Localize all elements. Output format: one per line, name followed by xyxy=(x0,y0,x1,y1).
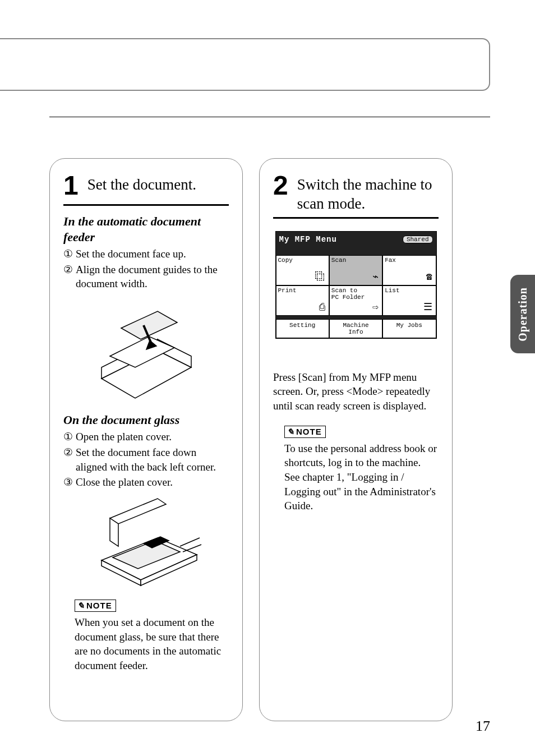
copy-icon: ⿻ xyxy=(315,272,325,283)
list-item: ②Set the document face down aligned with… xyxy=(63,445,229,474)
mfp-screenshot: My MFP Menu Shared Copy⿻ Scan⌁ Fax☎ Prin… xyxy=(273,231,439,339)
svg-line-14 xyxy=(183,545,201,552)
list-item: ③Close the platen cover. xyxy=(63,475,229,490)
note-text: When you set a document on the document … xyxy=(75,615,229,673)
step-card-1: 1 Set the document. In the automatic doc… xyxy=(49,158,243,721)
list-item: ①Open the platen cover. xyxy=(63,430,229,444)
circled-1: ① xyxy=(63,430,76,444)
item-text: Align the document guides to the documen… xyxy=(76,264,218,290)
step-rule xyxy=(273,217,439,219)
circled-2: ② xyxy=(63,262,76,277)
mfp-shared-button[interactable]: Shared xyxy=(403,236,433,243)
print-icon: ⎙ xyxy=(319,302,325,314)
list-icon: ☰ xyxy=(423,302,432,314)
circled-3: ③ xyxy=(63,475,76,490)
header-band xyxy=(0,38,490,91)
svg-marker-11 xyxy=(110,499,166,524)
item-text: Open the platen cover. xyxy=(76,431,172,442)
mfp-footer-setting[interactable]: Setting xyxy=(276,319,329,338)
fax-icon: ☎ xyxy=(426,272,432,283)
adf-heading: In the automatic document feeder xyxy=(63,214,229,245)
bulb-icon: ✎ xyxy=(287,427,295,437)
folder-icon: ⇨ xyxy=(372,302,379,314)
list-item: ②Align the document guides to the docume… xyxy=(63,262,229,291)
note-text: To use the personal address book or shor… xyxy=(284,441,439,513)
mfp-footer-my-jobs[interactable]: My Jobs xyxy=(382,319,436,338)
mfp-cell-print[interactable]: Print⎙ xyxy=(276,285,329,316)
side-tab-label: Operation xyxy=(516,287,529,342)
mfp-cell-fax[interactable]: Fax☎ xyxy=(382,255,436,285)
step-header: 2 Switch the machine to scan mode. xyxy=(273,170,439,214)
circled-2: ② xyxy=(63,445,76,460)
svg-marker-4 xyxy=(121,311,177,339)
adf-illustration xyxy=(90,294,202,407)
svg-line-13 xyxy=(180,538,200,546)
mfp-cell-scan[interactable]: Scan⌁ xyxy=(329,255,382,285)
instruction-text: Press [Scan] from My MFP menu screen. Or… xyxy=(273,370,439,413)
step-title: Switch the machine to scan mode. xyxy=(297,176,437,214)
header-rule xyxy=(49,117,490,117)
side-tab-operation: Operation xyxy=(510,275,535,353)
item-text: Set the document face down aligned with … xyxy=(76,446,216,473)
circled-1: ① xyxy=(63,247,76,261)
scan-icon: ⌁ xyxy=(372,272,379,283)
mfp-footer-machine-info[interactable]: Machine Info xyxy=(329,319,382,338)
step-header: 1 Set the document. xyxy=(63,170,229,201)
note-label: NOTE xyxy=(86,601,112,610)
step-number: 2 xyxy=(273,170,288,201)
step-number: 1 xyxy=(63,170,79,201)
page-number: 17 xyxy=(476,718,490,735)
note-badge: ✎NOTE xyxy=(284,426,326,438)
mfp-cell-scan-to-pc[interactable]: Scan to PC Folder⇨ xyxy=(329,285,382,316)
mfp-title: My MFP Menu xyxy=(279,235,337,244)
step-rule xyxy=(63,204,229,206)
mfp-cell-copy[interactable]: Copy⿻ xyxy=(276,255,329,285)
item-text: Close the platen cover. xyxy=(76,476,173,488)
glass-heading: On the document glass xyxy=(63,412,229,428)
mfp-cell-list[interactable]: List☰ xyxy=(382,285,436,316)
note-label: NOTE xyxy=(296,427,322,436)
item-text: Set the document face up. xyxy=(76,248,186,260)
list-item: ①Set the document face up. xyxy=(63,247,229,261)
glass-illustration xyxy=(90,493,202,588)
note-badge: ✎NOTE xyxy=(75,600,116,612)
step-title: Set the document. xyxy=(87,176,196,195)
step-card-2: 2 Switch the machine to scan mode. My MF… xyxy=(259,158,453,721)
bulb-icon: ✎ xyxy=(77,601,85,611)
